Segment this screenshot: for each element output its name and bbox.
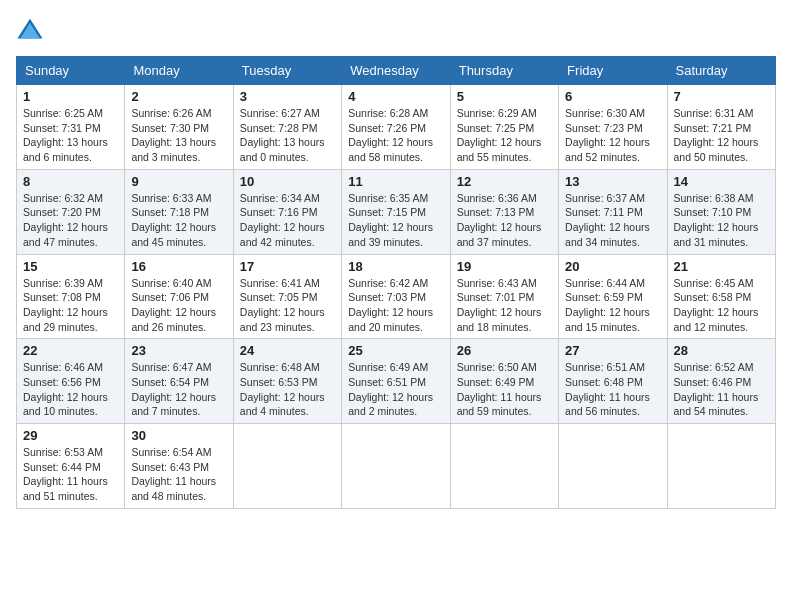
- sunrise-label: Sunrise: 6:52 AM: [674, 361, 754, 373]
- day-number: 12: [457, 174, 552, 189]
- logo-icon: [16, 16, 44, 44]
- cell-content: Sunrise: 6:41 AM Sunset: 7:05 PM Dayligh…: [240, 276, 335, 335]
- daylight-label: Daylight: 12 hours and 37 minutes.: [457, 221, 542, 248]
- calendar-week-row: 1 Sunrise: 6:25 AM Sunset: 7:31 PM Dayli…: [17, 85, 776, 170]
- daylight-label: Daylight: 12 hours and 23 minutes.: [240, 306, 325, 333]
- sunrise-label: Sunrise: 6:54 AM: [131, 446, 211, 458]
- daylight-label: Daylight: 13 hours and 6 minutes.: [23, 136, 108, 163]
- sunrise-label: Sunrise: 6:39 AM: [23, 277, 103, 289]
- daylight-label: Daylight: 12 hours and 20 minutes.: [348, 306, 433, 333]
- day-number: 30: [131, 428, 226, 443]
- day-number: 10: [240, 174, 335, 189]
- calendar-cell: 12 Sunrise: 6:36 AM Sunset: 7:13 PM Dayl…: [450, 169, 558, 254]
- sunset-label: Sunset: 7:23 PM: [565, 122, 643, 134]
- sunset-label: Sunset: 6:49 PM: [457, 376, 535, 388]
- calendar-cell: 24 Sunrise: 6:48 AM Sunset: 6:53 PM Dayl…: [233, 339, 341, 424]
- daylight-label: Daylight: 11 hours and 48 minutes.: [131, 475, 216, 502]
- sunset-label: Sunset: 6:43 PM: [131, 461, 209, 473]
- calendar-header-row: SundayMondayTuesdayWednesdayThursdayFrid…: [17, 57, 776, 85]
- daylight-label: Daylight: 12 hours and 34 minutes.: [565, 221, 650, 248]
- calendar-cell: [559, 424, 667, 509]
- calendar-cell: 18 Sunrise: 6:42 AM Sunset: 7:03 PM Dayl…: [342, 254, 450, 339]
- cell-content: Sunrise: 6:43 AM Sunset: 7:01 PM Dayligh…: [457, 276, 552, 335]
- day-number: 16: [131, 259, 226, 274]
- sunset-label: Sunset: 7:06 PM: [131, 291, 209, 303]
- sunrise-label: Sunrise: 6:45 AM: [674, 277, 754, 289]
- sunrise-label: Sunrise: 6:53 AM: [23, 446, 103, 458]
- day-number: 7: [674, 89, 769, 104]
- sunrise-label: Sunrise: 6:34 AM: [240, 192, 320, 204]
- cell-content: Sunrise: 6:38 AM Sunset: 7:10 PM Dayligh…: [674, 191, 769, 250]
- cell-content: Sunrise: 6:27 AM Sunset: 7:28 PM Dayligh…: [240, 106, 335, 165]
- day-number: 5: [457, 89, 552, 104]
- cell-content: Sunrise: 6:42 AM Sunset: 7:03 PM Dayligh…: [348, 276, 443, 335]
- calendar-cell: 14 Sunrise: 6:38 AM Sunset: 7:10 PM Dayl…: [667, 169, 775, 254]
- cell-content: Sunrise: 6:53 AM Sunset: 6:44 PM Dayligh…: [23, 445, 118, 504]
- daylight-label: Daylight: 12 hours and 58 minutes.: [348, 136, 433, 163]
- cell-content: Sunrise: 6:34 AM Sunset: 7:16 PM Dayligh…: [240, 191, 335, 250]
- calendar-cell: 13 Sunrise: 6:37 AM Sunset: 7:11 PM Dayl…: [559, 169, 667, 254]
- cell-content: Sunrise: 6:40 AM Sunset: 7:06 PM Dayligh…: [131, 276, 226, 335]
- cell-content: Sunrise: 6:39 AM Sunset: 7:08 PM Dayligh…: [23, 276, 118, 335]
- sunrise-label: Sunrise: 6:36 AM: [457, 192, 537, 204]
- day-number: 2: [131, 89, 226, 104]
- sunset-label: Sunset: 7:01 PM: [457, 291, 535, 303]
- calendar-cell: 27 Sunrise: 6:51 AM Sunset: 6:48 PM Dayl…: [559, 339, 667, 424]
- calendar-cell: 1 Sunrise: 6:25 AM Sunset: 7:31 PM Dayli…: [17, 85, 125, 170]
- calendar-cell: 26 Sunrise: 6:50 AM Sunset: 6:49 PM Dayl…: [450, 339, 558, 424]
- sunset-label: Sunset: 7:13 PM: [457, 206, 535, 218]
- day-number: 18: [348, 259, 443, 274]
- sunrise-label: Sunrise: 6:29 AM: [457, 107, 537, 119]
- cell-content: Sunrise: 6:44 AM Sunset: 6:59 PM Dayligh…: [565, 276, 660, 335]
- cell-content: Sunrise: 6:54 AM Sunset: 6:43 PM Dayligh…: [131, 445, 226, 504]
- sunset-label: Sunset: 7:08 PM: [23, 291, 101, 303]
- sunset-label: Sunset: 7:31 PM: [23, 122, 101, 134]
- calendar-cell: 30 Sunrise: 6:54 AM Sunset: 6:43 PM Dayl…: [125, 424, 233, 509]
- daylight-label: Daylight: 12 hours and 47 minutes.: [23, 221, 108, 248]
- sunrise-label: Sunrise: 6:48 AM: [240, 361, 320, 373]
- calendar-cell: 6 Sunrise: 6:30 AM Sunset: 7:23 PM Dayli…: [559, 85, 667, 170]
- calendar-week-row: 8 Sunrise: 6:32 AM Sunset: 7:20 PM Dayli…: [17, 169, 776, 254]
- calendar: SundayMondayTuesdayWednesdayThursdayFrid…: [16, 56, 776, 509]
- calendar-cell: 17 Sunrise: 6:41 AM Sunset: 7:05 PM Dayl…: [233, 254, 341, 339]
- sunrise-label: Sunrise: 6:35 AM: [348, 192, 428, 204]
- daylight-label: Daylight: 12 hours and 42 minutes.: [240, 221, 325, 248]
- cell-content: Sunrise: 6:35 AM Sunset: 7:15 PM Dayligh…: [348, 191, 443, 250]
- sunrise-label: Sunrise: 6:26 AM: [131, 107, 211, 119]
- header: [16, 16, 776, 44]
- logo: [16, 16, 48, 44]
- cell-content: Sunrise: 6:31 AM Sunset: 7:21 PM Dayligh…: [674, 106, 769, 165]
- daylight-label: Daylight: 12 hours and 29 minutes.: [23, 306, 108, 333]
- daylight-label: Daylight: 11 hours and 51 minutes.: [23, 475, 108, 502]
- daylight-label: Daylight: 12 hours and 2 minutes.: [348, 391, 433, 418]
- sunrise-label: Sunrise: 6:42 AM: [348, 277, 428, 289]
- day-number: 15: [23, 259, 118, 274]
- cell-content: Sunrise: 6:51 AM Sunset: 6:48 PM Dayligh…: [565, 360, 660, 419]
- day-number: 17: [240, 259, 335, 274]
- sunrise-label: Sunrise: 6:46 AM: [23, 361, 103, 373]
- cell-content: Sunrise: 6:49 AM Sunset: 6:51 PM Dayligh…: [348, 360, 443, 419]
- calendar-day-header: Wednesday: [342, 57, 450, 85]
- cell-content: Sunrise: 6:50 AM Sunset: 6:49 PM Dayligh…: [457, 360, 552, 419]
- calendar-day-header: Monday: [125, 57, 233, 85]
- calendar-cell: [450, 424, 558, 509]
- day-number: 13: [565, 174, 660, 189]
- day-number: 26: [457, 343, 552, 358]
- sunset-label: Sunset: 6:51 PM: [348, 376, 426, 388]
- calendar-cell: 7 Sunrise: 6:31 AM Sunset: 7:21 PM Dayli…: [667, 85, 775, 170]
- day-number: 24: [240, 343, 335, 358]
- daylight-label: Daylight: 11 hours and 59 minutes.: [457, 391, 542, 418]
- sunset-label: Sunset: 6:44 PM: [23, 461, 101, 473]
- calendar-cell: 28 Sunrise: 6:52 AM Sunset: 6:46 PM Dayl…: [667, 339, 775, 424]
- calendar-cell: 10 Sunrise: 6:34 AM Sunset: 7:16 PM Dayl…: [233, 169, 341, 254]
- sunset-label: Sunset: 7:30 PM: [131, 122, 209, 134]
- daylight-label: Daylight: 12 hours and 31 minutes.: [674, 221, 759, 248]
- sunset-label: Sunset: 7:11 PM: [565, 206, 643, 218]
- sunrise-label: Sunrise: 6:43 AM: [457, 277, 537, 289]
- daylight-label: Daylight: 12 hours and 55 minutes.: [457, 136, 542, 163]
- calendar-cell: 20 Sunrise: 6:44 AM Sunset: 6:59 PM Dayl…: [559, 254, 667, 339]
- cell-content: Sunrise: 6:26 AM Sunset: 7:30 PM Dayligh…: [131, 106, 226, 165]
- cell-content: Sunrise: 6:46 AM Sunset: 6:56 PM Dayligh…: [23, 360, 118, 419]
- sunrise-label: Sunrise: 6:37 AM: [565, 192, 645, 204]
- sunrise-label: Sunrise: 6:41 AM: [240, 277, 320, 289]
